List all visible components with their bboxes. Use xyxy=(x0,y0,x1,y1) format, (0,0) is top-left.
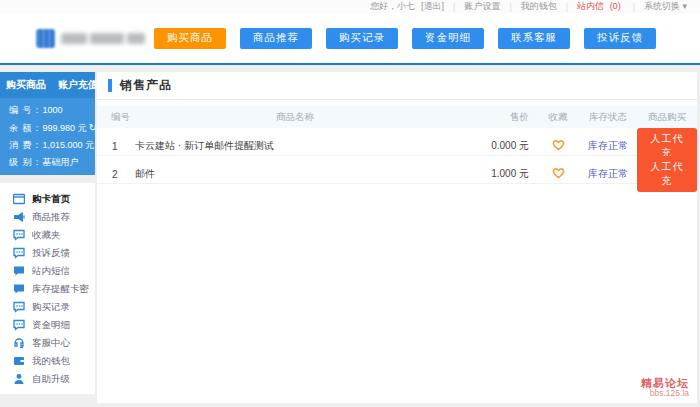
row-no: 1 xyxy=(97,141,133,152)
section-accent-bar xyxy=(108,79,112,92)
level-label: 级 别： xyxy=(9,157,43,167)
nav-purchase-records-button[interactable]: 购买记录 xyxy=(326,28,398,49)
balance-value: 999.980 元 xyxy=(43,123,87,133)
logo-icon xyxy=(36,29,55,48)
sidebar-item-recommend[interactable]: 商品推荐 xyxy=(0,208,95,226)
stock-status-link[interactable]: 库存正常 xyxy=(588,140,628,151)
my-wallet-link[interactable]: 我的钱包 xyxy=(521,1,557,11)
section-header: 销售产品 xyxy=(97,72,697,100)
headset-icon xyxy=(13,337,25,349)
sidebar-item-complaint[interactable]: 投诉反馈 xyxy=(0,244,95,262)
nav-contact-support-button[interactable]: 联系客服 xyxy=(498,28,570,49)
logout-link[interactable]: [退出] xyxy=(421,1,444,11)
person-icon xyxy=(13,373,25,385)
comment-icon xyxy=(13,301,25,313)
col-name: 商品名称 xyxy=(133,111,457,124)
site-mail-link[interactable]: 站内信 xyxy=(577,1,604,11)
sidebar-item-support-center[interactable]: 客服中心 xyxy=(0,334,95,352)
comment-icon xyxy=(13,247,25,259)
chat-filled-icon xyxy=(13,265,25,277)
col-stock: 库存状态 xyxy=(579,111,637,124)
sidebar-item-self-upgrade[interactable]: 自助升级 xyxy=(0,370,95,388)
sidebar-account-panel: 编 号：1000 余 额：999.980 元↻ 消 费：1,015.000 元 … xyxy=(0,98,95,175)
greeting-text: 您好，小七 xyxy=(370,0,415,13)
nav-buy-products-button[interactable]: 购买商品 xyxy=(154,28,226,49)
sidebar: 购买商品 账户充值 编 号：1000 余 额：999.980 元↻ 消 费：1,… xyxy=(0,72,95,394)
consumed-value: 1,015.000 元 xyxy=(43,140,95,150)
megaphone-icon xyxy=(13,211,25,223)
sidebar-tab-buy[interactable]: 购买商品 xyxy=(0,78,52,92)
table-row: 2 邮件 1.000 元 库存正常 人工代充 xyxy=(97,156,697,184)
stock-status-link[interactable]: 库存正常 xyxy=(588,168,628,179)
system-switch-link[interactable]: 系统切换 ▾ xyxy=(644,1,687,11)
sidebar-item-card-home[interactable]: 购卡首页 xyxy=(0,190,95,208)
account-no-label: 编 号： xyxy=(9,105,43,115)
logo-blurred-text xyxy=(61,33,145,44)
table-header: 编号 商品名称 售价 收藏 库存状态 商品购买 xyxy=(97,106,697,128)
row-no: 2 xyxy=(97,169,133,180)
nav-product-recommend-button[interactable]: 商品推荐 xyxy=(240,28,312,49)
sidebar-item-my-wallet[interactable]: 我的钱包 xyxy=(0,352,95,370)
nav-funds-detail-button[interactable]: 资金明细 xyxy=(412,28,484,49)
main-nav: 购买商品 商品推荐 购买记录 资金明细 联系客服 投诉反馈 xyxy=(154,28,656,49)
level-value: 基础用户 xyxy=(43,157,79,167)
comment-icon xyxy=(13,229,25,241)
main-panel: 销售产品 编号 商品名称 售价 收藏 库存状态 商品购买 1 卡云建站 · 新订… xyxy=(97,72,697,403)
heart-icon[interactable] xyxy=(552,139,565,151)
heart-icon[interactable] xyxy=(552,167,565,179)
balance-label: 余 额： xyxy=(9,123,43,133)
topbar: 您好，小七 [退出] | 账户设置 | 我的钱包 | 站内信 (0) | 系统切… xyxy=(0,0,700,13)
manual-recharge-button[interactable]: 人工代充 xyxy=(637,156,697,192)
refresh-balance-icon[interactable]: ↻ xyxy=(89,122,97,133)
col-price: 售价 xyxy=(457,111,537,124)
sidebar-item-stock-remind[interactable]: 库存提醒卡密 xyxy=(0,280,95,298)
col-favorite: 收藏 xyxy=(537,111,579,124)
account-settings-link[interactable]: 账户设置 xyxy=(464,1,500,11)
col-buy: 商品购买 xyxy=(637,111,697,124)
comment-icon xyxy=(13,319,25,331)
content: 购买商品 账户充值 编 号：1000 余 额：999.980 元↻ 消 费：1,… xyxy=(0,65,700,407)
product-price: 1.000 元 xyxy=(457,167,537,181)
consumed-label: 消 费： xyxy=(9,140,43,150)
chat-filled-icon xyxy=(13,283,25,295)
wallet-icon xyxy=(13,355,25,367)
site-mail-count: (0) xyxy=(610,1,621,11)
sidebar-tabs: 购买商品 账户充值 xyxy=(0,72,95,98)
sidebar-item-purchase-records[interactable]: 购买记录 xyxy=(0,298,95,316)
nav-complaint-feedback-button[interactable]: 投诉反馈 xyxy=(584,28,656,49)
table-row: 1 卡云建站 · 新订单邮件提醒测试 0.000 元 库存正常 人工代充 xyxy=(97,128,697,156)
logo xyxy=(36,29,146,48)
account-no-value: 1000 xyxy=(43,105,63,115)
sidebar-item-funds-detail[interactable]: 资金明细 xyxy=(0,316,95,334)
product-name: 邮件 xyxy=(133,167,457,181)
col-no: 编号 xyxy=(97,111,133,124)
header: 购买商品 商品推荐 购买记录 资金明细 联系客服 投诉反馈 xyxy=(0,13,700,63)
sidebar-item-site-sms[interactable]: 站内短信 xyxy=(0,262,95,280)
card-home-icon xyxy=(13,193,25,205)
section-title: 销售产品 xyxy=(120,77,172,94)
sidebar-menu: 购卡首页 商品推荐 收藏夹 投诉反馈 站内短信 xyxy=(0,183,95,394)
product-name: 卡云建站 · 新订单邮件提醒测试 xyxy=(133,139,457,153)
sidebar-item-favorites[interactable]: 收藏夹 xyxy=(0,226,95,244)
forum-watermark: 精易论坛 bbs.125.la xyxy=(641,377,689,399)
watermark-url: bbs.125.la xyxy=(641,389,689,399)
product-price: 0.000 元 xyxy=(457,139,537,153)
